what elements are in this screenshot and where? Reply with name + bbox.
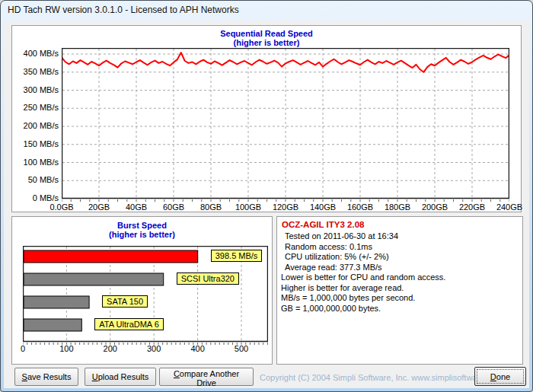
- info-note-line: Lower is better for CPU and random acces…: [281, 272, 445, 283]
- info-note-line: Higher is better for average read.: [281, 283, 445, 294]
- burst-x-tick: 300: [139, 344, 169, 353]
- seq-y-tick: 100 MB/s: [4, 158, 59, 167]
- seq-y-tick: 200 MB/s: [4, 121, 59, 130]
- burst-chart-subtitle: (higher is better): [11, 230, 273, 239]
- seq-x-tick: 120GB: [265, 202, 306, 212]
- seq-x-tick: 100GB: [228, 202, 269, 212]
- save-results-button[interactable]: Save Results: [14, 368, 78, 386]
- drive-stat-line: Tested on 2011-06-30 at 16:34: [285, 231, 398, 242]
- burst-x-tick: 200: [95, 344, 126, 353]
- seq-y-tick: 300 MB/s: [4, 85, 59, 94]
- drive-stats: Tested on 2011-06-30 at 16:34Random acce…: [285, 231, 398, 272]
- seq-x-tick: 60GB: [153, 202, 194, 212]
- seq-x-tick: 20GB: [78, 202, 120, 212]
- seq-x-tick: 80GB: [190, 202, 231, 212]
- burst-bar-label: SCSI Ultra320: [177, 272, 239, 285]
- seq-y-tick: 350 MB/s: [4, 67, 59, 76]
- app-window: HD Tach RW version 3.0.1.0 - Licensed to…: [0, 0, 533, 392]
- window-title: HD Tach RW version 3.0.1.0 - Licensed to…: [8, 5, 239, 15]
- burst-x-tick: 0: [8, 344, 38, 353]
- burst-x-tick: 500: [226, 344, 257, 353]
- seq-y-tick: 0 MB/s: [4, 193, 59, 202]
- burst-x-tick: 100: [51, 344, 81, 353]
- burst-chart-title: Burst Speed: [11, 221, 273, 230]
- drive-stat-line: CPU utilization: 5% (+/- 2%): [285, 252, 398, 263]
- burst-bar-label: SATA 150: [102, 295, 148, 308]
- seq-chart-title: Sequential Read Speed: [11, 29, 522, 38]
- seq-chart-subtitle: (higher is better): [11, 38, 522, 47]
- burst-bar-label: 398.5 MB/s: [211, 250, 263, 262]
- drive-stat-line: Average read: 377.3 MB/s: [285, 263, 398, 273]
- seq-x-tick: 140GB: [302, 202, 343, 212]
- upload-results-button[interactable]: Upload Results: [85, 368, 156, 386]
- done-button[interactable]: Done: [474, 367, 526, 386]
- info-note-line: MB/s = 1,000,000 bytes per second.: [281, 293, 445, 304]
- burst-x-tick: 400: [183, 344, 213, 353]
- sequential-read-chart: [62, 48, 509, 203]
- seq-y-tick: 400 MB/s: [4, 49, 59, 58]
- seq-x-tick: 240GB: [489, 202, 530, 212]
- seq-x-tick: 160GB: [340, 202, 381, 212]
- seq-y-tick: 250 MB/s: [4, 103, 59, 112]
- seq-x-tick: 40GB: [116, 202, 157, 212]
- drive-name: OCZ-AGIL ITY3 2.08: [282, 220, 364, 229]
- compare-another-drive-button[interactable]: Compare Another Drive: [159, 368, 254, 386]
- title-bar[interactable]: HD Tach RW version 3.0.1.0 - Licensed to…: [1, 1, 532, 20]
- copyright-text: Copyright (C) 2004 Simpli Software, Inc.…: [260, 373, 503, 382]
- seq-x-tick: 0.0GB: [41, 202, 82, 212]
- seq-y-tick: 50 MB/s: [4, 175, 59, 184]
- seq-y-tick: 150 MB/s: [4, 139, 59, 148]
- drive-stat-line: Random access: 0.1ms: [285, 242, 398, 253]
- seq-x-tick: 220GB: [452, 202, 493, 212]
- info-notes: Lower is better for CPU and random acces…: [281, 272, 445, 314]
- seq-x-tick: 180GB: [377, 202, 418, 212]
- burst-bar-label: ATA UltraDMA 6: [94, 318, 163, 330]
- seq-x-tick: 200GB: [414, 202, 455, 212]
- info-note-line: GB = 1,000,000,000 bytes.: [281, 304, 445, 314]
